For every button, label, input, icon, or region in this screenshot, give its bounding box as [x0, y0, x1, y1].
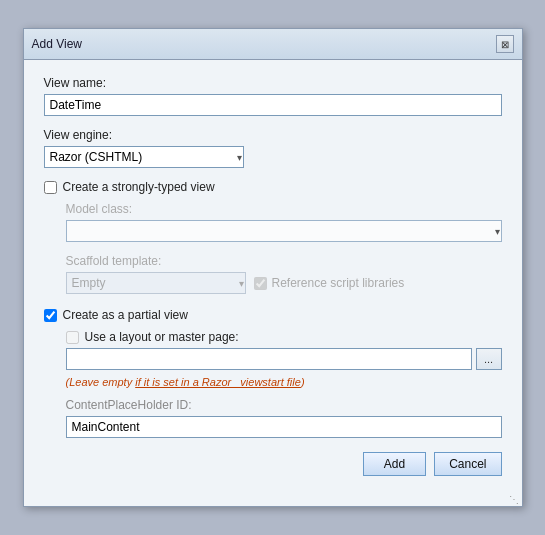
- layout-master-row: Use a layout or master page:: [66, 330, 502, 344]
- dialog-title: Add View: [32, 37, 82, 51]
- title-bar: Add View ⊠: [24, 29, 522, 60]
- dialog-body: View name: View engine: Razor (CSHTML) A…: [24, 60, 522, 492]
- scaffold-select[interactable]: Empty Create Delete Details Edit List: [66, 272, 246, 294]
- button-row: Add Cancel: [44, 452, 502, 480]
- partial-view-row: Create as a partial view: [44, 308, 502, 322]
- model-class-label: Model class:: [66, 202, 502, 216]
- resize-handle: ⋱: [24, 492, 522, 506]
- content-placeholder-label: ContentPlaceHolder ID:: [66, 398, 502, 412]
- model-class-select-wrapper: ▾: [66, 220, 502, 242]
- partial-view-section: Create as a partial view Use a layout or…: [44, 308, 502, 438]
- strongly-typed-label: Create a strongly-typed view: [63, 180, 215, 194]
- view-engine-label: View engine:: [44, 128, 502, 142]
- layout-master-checkbox[interactable]: [66, 331, 79, 344]
- cancel-button[interactable]: Cancel: [434, 452, 501, 476]
- reference-script-section: Reference script libraries: [254, 276, 405, 290]
- partial-view-indented: Use a layout or master page: ... (Leave …: [66, 330, 502, 438]
- view-name-label: View name:: [44, 76, 502, 90]
- scaffold-row: Empty Create Delete Details Edit List ▾: [66, 272, 502, 294]
- browse-button[interactable]: ...: [476, 348, 502, 370]
- model-class-select[interactable]: [66, 220, 502, 242]
- partial-view-checkbox[interactable]: [44, 309, 57, 322]
- view-name-section: View name:: [44, 76, 502, 116]
- add-view-dialog: Add View ⊠ View name: View engine: Razor…: [23, 28, 523, 507]
- model-class-section: Model class: ▾: [66, 202, 502, 242]
- note-if-span: if it is set in a Razor _viewstart file: [135, 376, 301, 388]
- add-button[interactable]: Add: [363, 452, 426, 476]
- resize-icon: ⋱: [509, 494, 519, 505]
- strongly-typed-section: Create a strongly-typed view Model class…: [44, 180, 502, 294]
- view-engine-select[interactable]: Razor (CSHTML) ASPX: [44, 146, 244, 168]
- close-icon: ⊠: [501, 39, 509, 50]
- note-text: (Leave empty if it is set in a Razor _vi…: [66, 376, 502, 388]
- scaffold-label: Scaffold template:: [66, 254, 502, 268]
- reference-script-checkbox[interactable]: [254, 277, 267, 290]
- reference-script-label: Reference script libraries: [272, 276, 405, 290]
- view-name-input[interactable]: [44, 94, 502, 116]
- layout-input[interactable]: [66, 348, 472, 370]
- layout-input-row: ...: [66, 348, 502, 370]
- partial-view-label: Create as a partial view: [63, 308, 188, 322]
- close-button[interactable]: ⊠: [496, 35, 514, 53]
- view-engine-select-wrapper: Razor (CSHTML) ASPX ▾: [44, 146, 244, 168]
- scaffold-section: Scaffold template: Empty Create Delete D…: [66, 254, 502, 294]
- view-engine-section: View engine: Razor (CSHTML) ASPX ▾: [44, 128, 502, 168]
- strongly-typed-row: Create a strongly-typed view: [44, 180, 502, 194]
- content-placeholder-input[interactable]: [66, 416, 502, 438]
- strongly-typed-indented: Model class: ▾ Scaffold template:: [66, 202, 502, 294]
- strongly-typed-checkbox[interactable]: [44, 181, 57, 194]
- scaffold-select-wrapper: Empty Create Delete Details Edit List ▾: [66, 272, 246, 294]
- layout-master-label: Use a layout or master page:: [85, 330, 239, 344]
